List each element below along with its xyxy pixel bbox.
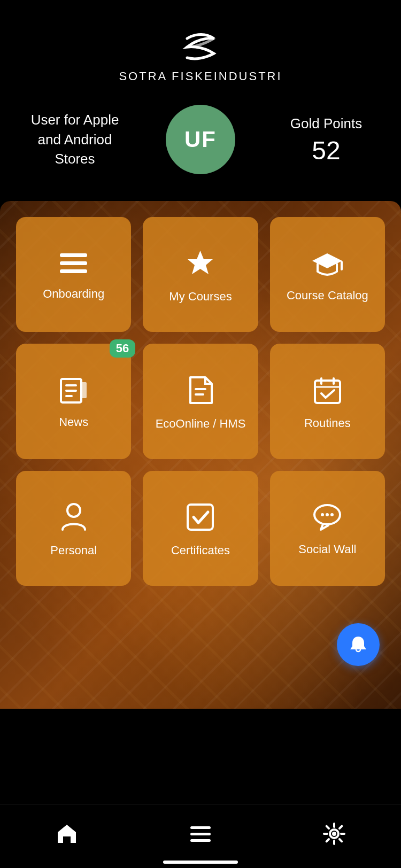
ecoonline-label: EcoOnline / HMS (156, 417, 246, 431)
nav-menu[interactable] (179, 812, 222, 855)
calendar-check-icon (313, 375, 342, 409)
svg-rect-8 (65, 390, 77, 392)
svg-rect-23 (190, 826, 211, 829)
svg-point-17 (67, 504, 80, 517)
gold-points-value: 52 (273, 136, 380, 165)
grid-item-ecoonline[interactable]: EcoOnline / HMS (143, 344, 258, 459)
bottom-nav (0, 804, 401, 868)
svg-rect-18 (188, 505, 213, 530)
person-icon (60, 502, 87, 536)
news-icon (59, 377, 88, 408)
gold-points-label: Gold Points (273, 114, 380, 133)
svg-rect-7 (65, 384, 77, 386)
main-grid: Onboarding My Courses (16, 217, 385, 586)
svg-rect-11 (195, 388, 206, 390)
svg-rect-25 (190, 839, 211, 842)
grid-item-course-catalog[interactable]: Course Catalog (270, 217, 385, 332)
svg-point-22 (330, 513, 334, 516)
profile-row: User for Apple and Andriod Stores UF Gol… (0, 105, 401, 174)
news-label: News (59, 415, 88, 429)
menu-icon (59, 251, 88, 280)
svg-marker-3 (188, 251, 213, 274)
user-name-line1: User for Apple (21, 110, 128, 129)
chat-bubble-icon (312, 503, 342, 535)
grid-item-certificates[interactable]: Certificates (143, 471, 258, 586)
grid-item-social-wall[interactable]: Social Wall (270, 471, 385, 586)
logo-icon (179, 32, 222, 64)
nav-settings[interactable] (313, 812, 356, 855)
user-name-line2: and Andriod (21, 130, 128, 149)
grid-area-wrapper: Onboarding My Courses (0, 201, 401, 709)
svg-rect-0 (60, 253, 87, 257)
grid-item-my-courses[interactable]: My Courses (143, 217, 258, 332)
certificates-label: Certificates (171, 544, 230, 557)
routines-label: Routines (304, 416, 351, 430)
news-badge: 56 (110, 339, 135, 358)
logo-text: SOTRA FISKEINDUSTRI (119, 69, 282, 83)
svg-rect-2 (60, 269, 87, 273)
svg-rect-1 (60, 261, 87, 265)
header: SOTRA FISKEINDUSTRI User for Apple and A… (0, 0, 401, 190)
svg-rect-14 (320, 377, 322, 385)
grid-item-onboarding[interactable]: Onboarding (16, 217, 131, 332)
svg-rect-10 (81, 382, 87, 398)
home-indicator (163, 861, 238, 864)
user-info: User for Apple and Andriod Stores (21, 110, 128, 168)
svg-point-21 (326, 513, 329, 516)
svg-point-27 (332, 832, 336, 836)
user-name-line3: Stores (21, 149, 128, 168)
personal-label: Personal (50, 544, 97, 557)
hamburger-icon (188, 821, 213, 846)
svg-rect-24 (190, 833, 211, 835)
svg-rect-5 (341, 261, 343, 270)
document-icon (187, 375, 214, 409)
logo-area: SOTRA FISKEINDUSTRI (119, 32, 282, 83)
svg-rect-15 (333, 377, 335, 385)
home-icon (55, 821, 79, 846)
svg-rect-9 (65, 395, 73, 397)
onboarding-label: Onboarding (43, 287, 104, 301)
my-courses-label: My Courses (169, 290, 232, 304)
social-wall-label: Social Wall (298, 542, 356, 556)
grid-item-personal[interactable]: Personal (16, 471, 131, 586)
grid-area: Onboarding My Courses (0, 201, 401, 709)
gear-icon (322, 821, 346, 846)
course-catalog-label: Course Catalog (287, 289, 368, 303)
svg-rect-12 (195, 393, 204, 396)
avatar[interactable]: UF (166, 105, 235, 174)
grid-item-routines[interactable]: Routines (270, 344, 385, 459)
svg-rect-13 (315, 381, 340, 403)
gold-points-area: Gold Points 52 (273, 114, 380, 165)
star-icon (186, 249, 215, 282)
svg-point-20 (321, 513, 324, 516)
graduation-icon (311, 250, 343, 281)
grid-item-news[interactable]: 56 News (16, 344, 131, 459)
check-square-icon (186, 502, 215, 536)
notification-button[interactable] (337, 623, 380, 666)
nav-home[interactable] (45, 812, 88, 855)
